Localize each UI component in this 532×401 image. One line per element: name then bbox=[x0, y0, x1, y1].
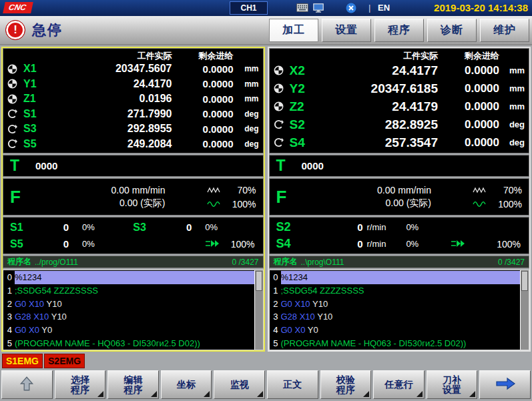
spindle-item: S4 0 r/min 0% 100% bbox=[276, 236, 523, 252]
axis-remaining-value: 0.0000 bbox=[438, 118, 499, 131]
axis-remaining-value: 0.0000 bbox=[172, 138, 234, 149]
axis-actual-value: 20347.6185 bbox=[318, 81, 439, 96]
spindle-percent: 0% bbox=[82, 239, 95, 249]
alarm-badge-s1emg: S1EMG bbox=[2, 354, 43, 368]
program-line[interactable]: 5(PROGRAM NAME - HQ063 - DI530ги2.5 D02)… bbox=[271, 336, 521, 350]
axis-row: S5 249.2084 0.0000 deg bbox=[6, 137, 259, 152]
feed-display: F 0.00 mm/min 0.00 (实际) 70% 100% bbox=[3, 178, 264, 216]
axis-unit: mm bbox=[234, 94, 259, 103]
program-line-text: G0 X10 Y10 bbox=[281, 297, 521, 310]
menu-extend-button[interactable] bbox=[479, 370, 531, 399]
axis-unit: deg bbox=[234, 109, 259, 119]
rapid-override-icon bbox=[450, 238, 466, 250]
feed-label: F bbox=[270, 187, 304, 208]
estop-exclamation: ! bbox=[13, 23, 17, 37]
axis-unit: mm bbox=[499, 101, 525, 111]
spindle-status: S2 0 r/min 0% S4 0 r/min 0% 100% bbox=[269, 217, 530, 254]
program-listing[interactable]: 0%12341;SSDG54 ZZZZSSSS2G0 X10 Y103G28 X… bbox=[270, 270, 521, 350]
program-header: 程序名 ..\prog\O111 0 /3427 bbox=[269, 256, 530, 268]
axis-remaining-value: 0.0000 bbox=[438, 82, 499, 95]
axis-row: X1 20347.5607 0.0000 mm bbox=[6, 61, 259, 77]
select-program-button[interactable]: 选择 程序 bbox=[55, 370, 106, 399]
program-line[interactable]: 2G0 X10 Y10 bbox=[5, 297, 254, 310]
verify-program-button[interactable]: 校验 程序 bbox=[320, 370, 372, 399]
program-view[interactable]: 0%12341;SSDG54 ZZZZSSSS2G0 X10 Y103G28 X… bbox=[3, 270, 264, 350]
axis-name: S1 bbox=[23, 108, 51, 120]
axis-row: S2 282.8925 0.0000 deg bbox=[272, 115, 525, 133]
axis-remaining-value: 0.0000 bbox=[172, 78, 234, 89]
close-icon[interactable] bbox=[346, 3, 356, 13]
override-block: 70% 100% bbox=[449, 184, 529, 210]
axes-header: 工件实际 剩余进给 bbox=[272, 50, 525, 61]
tab-machining[interactable]: 加工 bbox=[269, 19, 318, 42]
axis-unit: mm bbox=[234, 79, 259, 89]
menu-return-button[interactable] bbox=[1, 370, 53, 399]
rotary-axis-icon bbox=[272, 137, 290, 147]
rotary-axis-icon bbox=[6, 124, 23, 134]
program-line[interactable]: 3G28 X10 Y10 bbox=[271, 310, 521, 324]
right-arrow-icon bbox=[494, 376, 517, 394]
program-line[interactable]: 2G0 X10 Y10 bbox=[271, 297, 521, 310]
tool-display: T 0000 bbox=[269, 155, 530, 177]
axis-name: S5 bbox=[23, 138, 51, 150]
axis-actual-value: 0.0196 bbox=[51, 93, 172, 105]
spindle-override-percent: 100% bbox=[227, 199, 256, 210]
edit-program-button[interactable]: 编辑 程序 bbox=[107, 370, 159, 399]
axis-row: S3 292.8955 0.0000 deg bbox=[6, 121, 259, 137]
spindle-speed: 0 bbox=[34, 222, 69, 233]
scrollbar[interactable] bbox=[520, 270, 529, 350]
spindle-item: S2 0 r/min 0% bbox=[276, 219, 523, 236]
feed-actual: 0.00 (实际) bbox=[304, 197, 432, 210]
rapid-override: 100% bbox=[133, 236, 256, 252]
channel-indicator[interactable]: CH1 bbox=[230, 1, 268, 15]
submenu-corner-icon bbox=[204, 391, 210, 397]
program-line-number: 0 bbox=[271, 272, 278, 282]
axis-unit: deg bbox=[499, 137, 525, 147]
program-listing[interactable]: 0%12341;SSDG54 ZZZZSSSS2G0 X10 Y103G28 X… bbox=[3, 270, 254, 350]
status-bar: ! 急停 加工 设置 程序 诊断 维护 bbox=[0, 16, 532, 45]
program-line[interactable]: 5(PROGRAM NAME - HQ063 - DI530ги2.5 D02)… bbox=[5, 336, 254, 350]
softkey-toolbar: 选择 程序 编辑 程序 坐标 监视 正文 校验 程序 任意行 刀补 设置 bbox=[0, 369, 532, 401]
scrollbar-thumb[interactable] bbox=[521, 271, 528, 291]
tool-offset-button[interactable]: 刀补 设置 bbox=[427, 370, 478, 399]
feed-override-icon bbox=[207, 184, 222, 196]
program-line[interactable]: 4G0 X0 Y0 bbox=[271, 324, 521, 337]
axis-unit: mm bbox=[234, 64, 259, 73]
tab-maintenance[interactable]: 维护 bbox=[480, 19, 529, 42]
tab-diagnosis[interactable]: 诊断 bbox=[427, 19, 477, 42]
rapid-override-icon bbox=[204, 238, 220, 250]
program-text-button[interactable]: 正文 bbox=[267, 370, 318, 399]
language-indicator[interactable]: EN bbox=[378, 3, 390, 13]
program-line-text: ;SSDG54 ZZZZSSSS bbox=[15, 284, 254, 298]
program-line[interactable]: 1;SSDG54 ZZZZSSSS bbox=[271, 284, 521, 298]
keyboard-icon bbox=[296, 3, 308, 12]
spindle-item: S3 0 0% bbox=[133, 219, 256, 236]
spindle-unit: r/min bbox=[367, 239, 386, 249]
program-line[interactable]: 1;SSDG54 ZZZZSSSS bbox=[5, 284, 254, 298]
axis-remaining-value: 0.0000 bbox=[172, 63, 234, 75]
axis-unit: mm bbox=[499, 83, 525, 93]
axis-remaining-value: 0.0000 bbox=[172, 108, 234, 119]
tab-setup[interactable]: 设置 bbox=[322, 19, 371, 42]
program-view[interactable]: 0%12341;SSDG54 ZZZZSSSS2G0 X10 Y103G28 X… bbox=[269, 270, 530, 350]
program-line-text: G28 X10 Y10 bbox=[15, 310, 254, 324]
program-line[interactable]: 4G0 X0 Y0 bbox=[5, 324, 254, 337]
scrollbar[interactable] bbox=[254, 270, 263, 350]
axis-name: S3 bbox=[23, 123, 51, 135]
program-line[interactable]: 3G28 X10 Y10 bbox=[5, 310, 254, 324]
tool-label: T bbox=[270, 157, 302, 175]
program-line-text: G0 X10 Y10 bbox=[15, 297, 254, 310]
program-line-number: 2 bbox=[5, 299, 12, 309]
brand-logo: CNC bbox=[3, 2, 33, 13]
monitor-button[interactable]: 监视 bbox=[214, 370, 265, 399]
program-line-text: %1234 bbox=[281, 271, 521, 284]
program-line-number: 3 bbox=[5, 312, 12, 322]
program-line[interactable]: 0%1234 bbox=[271, 271, 521, 284]
remaining-feed-header: 剩余进给 bbox=[438, 50, 499, 62]
coordinate-button[interactable]: 坐标 bbox=[161, 370, 212, 399]
submenu-corner-icon bbox=[97, 391, 103, 397]
program-line[interactable]: 0%1234 bbox=[5, 271, 254, 284]
arbitrary-line-button[interactable]: 任意行 bbox=[373, 370, 425, 399]
scrollbar-thumb[interactable] bbox=[256, 271, 262, 291]
tab-program[interactable]: 程序 bbox=[374, 19, 424, 42]
